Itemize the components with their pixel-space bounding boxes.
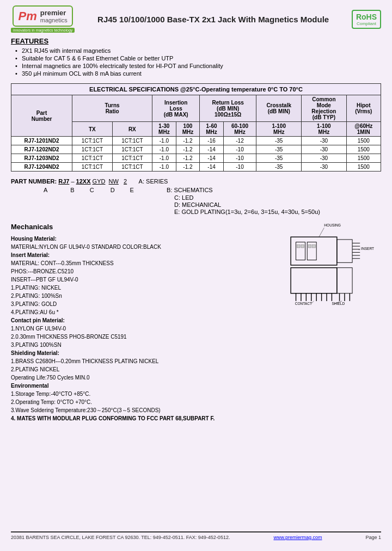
pn-space3 <box>119 178 124 185</box>
page-title: RJ45 10/100/1000 Base-TX 2x1 Jack With M… <box>75 15 352 24</box>
logo-text: premier magnetics <box>40 9 68 23</box>
svg-rect-8 <box>313 244 316 248</box>
ins30-cell: -1.0 <box>152 145 176 154</box>
cross-cell: -35 <box>256 145 302 154</box>
logo-pm-icon: Pm <box>18 9 36 23</box>
sub-hipot-60hz: @60Hz1MIN <box>346 122 381 137</box>
shielding-label: Shielding Material: <box>11 349 267 357</box>
table-row: RJ7-1203ND2 1CT:1CT 1CT:1CT -1.0 -1.2 -1… <box>11 154 381 163</box>
cm-cell: -30 <box>302 163 346 172</box>
tx-cell: 1CT:1CT <box>72 154 112 163</box>
shielding-0: 1.BRASS C2680H---0.20mm THICKNESS PLATIN… <box>11 357 267 365</box>
rohs-badge: RoHS Compliant <box>352 10 381 29</box>
ret60-cell: -14 <box>200 163 224 172</box>
cm-cell: -30 <box>302 154 346 163</box>
features-title: FEATURES <box>11 37 381 45</box>
pn-series-desc: A: SERIES <box>139 178 168 185</box>
mechanicals-section: Mechanicals Housing Material: MATERIAL:N… <box>11 222 381 423</box>
part-number-cell: RJ7-1202ND2 <box>11 145 72 154</box>
hipot-cell: 1500 <box>346 137 381 145</box>
svg-text:SHIELD: SHIELD <box>332 302 345 305</box>
table-row: RJ7-1204ND2 1CT:1CT 1CT:1CT -1.0 -1.2 -1… <box>11 163 381 172</box>
logo-premier-text: premier <box>40 9 68 17</box>
pn-letter-a: A <box>44 187 47 193</box>
ret100-cell: -10 <box>223 145 256 154</box>
footer: 20381 BARENTS SEA CIRCLE, LAKE FOREST CA… <box>11 531 381 540</box>
svg-rect-5 <box>297 244 300 248</box>
pn-gold-desc: E: GOLD PLATING(1=3u, 2=6u, 3=15u, 4=30u… <box>174 209 381 215</box>
col-insertion-loss: InsertionLoss(dB MAX) <box>152 95 200 122</box>
insert-line-4: 2.PLATING: 100%Sn <box>11 292 267 300</box>
sub-ins-100: 100MHz <box>176 122 200 137</box>
part-number-cell: RJ7-1204ND2 <box>11 163 72 172</box>
hipot-cell: 1500 <box>346 163 381 172</box>
part-number-cell: RJ7-1203ND2 <box>11 154 72 163</box>
elec-table-title: ELECTRICAL SPECIFICATIONS @25°C-Operatin… <box>11 84 381 95</box>
svg-text:CONTACT: CONTACT <box>295 302 312 305</box>
svg-line-1 <box>319 228 324 237</box>
contact-pin-1: 2.0.30mm THICKNESS PHOS-BRONZE C5191 <box>11 333 267 341</box>
page: Pm premier magnetics innovators in magne… <box>0 0 392 551</box>
list-item: Internal magnetics are 100% electrically… <box>15 63 381 69</box>
electrical-section: ELECTRICAL SPECIFICATIONS @25°C-Operatin… <box>11 83 381 172</box>
svg-rect-9 <box>337 240 352 262</box>
ins100-cell: -1.2 <box>176 154 200 163</box>
col-hipot: Hipot(Vrms) <box>346 95 381 122</box>
list-item: Suitable for CAT 5 & 6 Fast Ethernet Cab… <box>15 55 381 62</box>
pn-letter-d: D <box>111 187 115 193</box>
list-item: 350 μH minimum OCL with 8 mA bias curren… <box>15 70 381 77</box>
cross-cell: -35 <box>256 163 302 172</box>
header: Pm premier magnetics innovators in magne… <box>11 5 381 33</box>
environmental-label: Environmental <box>11 382 267 390</box>
svg-rect-2 <box>291 237 337 265</box>
part-number-section: PART NUMBER: RJ7 – 12XX GYD NW 2 A: SERI… <box>11 178 381 215</box>
svg-rect-18 <box>291 268 337 293</box>
insert-line-5: 3.PLATING: GOLD <box>11 300 267 308</box>
tx-cell: 1CT:1CT <box>72 137 112 145</box>
sub-ins-1-30: 1-30MHz <box>152 122 176 137</box>
tx-cell: 1CT:1CT <box>72 145 112 154</box>
ret100-cell: -10 <box>223 163 256 172</box>
ins30-cell: -1.0 <box>152 137 176 145</box>
rx-cell: 1CT:1CT <box>112 137 152 145</box>
pn-dash: – <box>69 178 76 185</box>
shielding-2: Operating Life:750 Cycles MIN.0 <box>11 374 267 382</box>
pn-letter-e: E <box>130 187 134 193</box>
ret100-cell: -12 <box>223 137 256 145</box>
contact-pin-0: 1.NYLON GF UL94V-0 <box>11 325 267 333</box>
pn-letter-b: B <box>70 187 74 193</box>
insert-line-6: 4.PLATING:AU 6u * <box>11 308 267 316</box>
list-item: 2X1 RJ45 with internal magnetics <box>15 47 381 54</box>
ret60-cell: -14 <box>200 154 224 163</box>
sub-cm-1-100: 1-100MHz <box>302 122 346 137</box>
ins30-cell: -1.0 <box>152 154 176 163</box>
pn-nw: NW <box>109 178 119 185</box>
pn-rj7: RJ7 <box>58 178 69 185</box>
env-2: 3.Wave Soldering Temperature:230～250°C(3… <box>11 406 267 414</box>
hipot-cell: 1500 <box>346 154 381 163</box>
cm-cell: -30 <box>302 137 346 145</box>
part-number-cell: RJ7-1201ND2 <box>11 137 72 145</box>
ins100-cell: -1.2 <box>176 137 200 145</box>
ret100-cell: -10 <box>223 154 256 163</box>
cross-cell: -35 <box>256 137 302 145</box>
mechanicals-text: Mechanicals Housing Material: MATERIAL:N… <box>11 222 267 423</box>
footer-website[interactable]: www.premiermag.com <box>273 535 322 540</box>
mechanical-diagram: HOUSING <box>272 222 381 423</box>
svg-text:INSERT: INSERT <box>361 247 374 250</box>
logo-area: Pm premier magnetics innovators in magne… <box>11 5 75 33</box>
insert-line-2: INSERT---PBT GF UL94V-0 <box>11 276 267 284</box>
table-row: RJ7-1202ND2 1CT:1CT 1CT:1CT -1.0 -1.2 -1… <box>11 145 381 154</box>
housing-label: Housing Material: <box>11 235 267 243</box>
pn-space4 <box>127 178 138 185</box>
rx-cell: 1CT:1CT <box>112 163 152 172</box>
logo-magnetics-text: magnetics <box>40 17 68 23</box>
sub-ret-60-100: 60-100MHz <box>223 122 256 137</box>
col-return-loss: Return Loss(dB MIN)100Ω±15Ω <box>200 95 256 122</box>
ret60-cell: -16 <box>200 137 224 145</box>
part-number-label: PART NUMBER: <box>11 178 57 185</box>
tx-cell: 1CT:1CT <box>72 163 112 172</box>
pn-schematics-desc: B: SCHEMATICS <box>167 187 213 193</box>
sub-cross-1-100: 1-100MHz <box>256 122 302 137</box>
col-turns-ratio: TurnsRatio <box>72 95 152 122</box>
